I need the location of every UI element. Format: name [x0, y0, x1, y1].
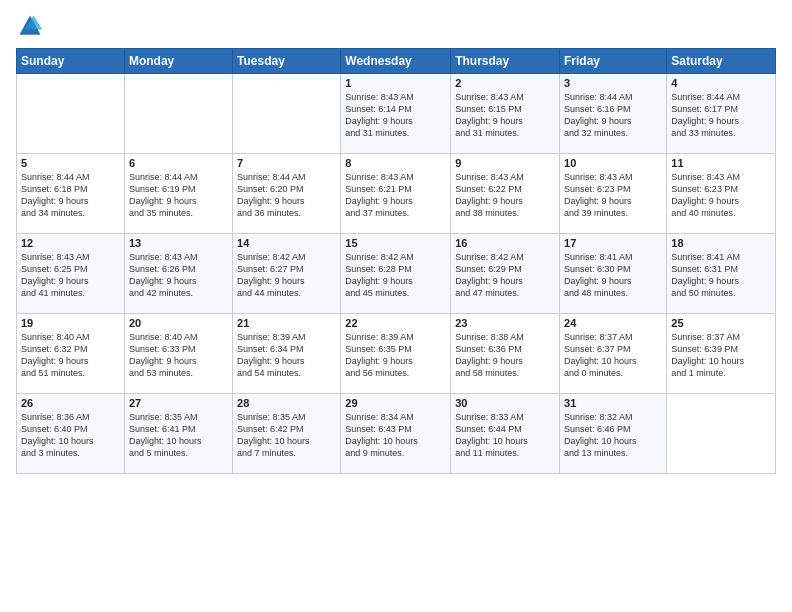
day-number: 20 [129, 317, 228, 329]
day-info: Sunrise: 8:43 AMSunset: 6:21 PMDaylight:… [345, 171, 446, 220]
day-cell: 22Sunrise: 8:39 AMSunset: 6:35 PMDayligh… [341, 314, 451, 394]
day-number: 9 [455, 157, 555, 169]
day-number: 30 [455, 397, 555, 409]
week-row-2: 12Sunrise: 8:43 AMSunset: 6:25 PMDayligh… [17, 234, 776, 314]
day-cell: 2Sunrise: 8:43 AMSunset: 6:15 PMDaylight… [451, 74, 560, 154]
day-number: 27 [129, 397, 228, 409]
day-cell: 9Sunrise: 8:43 AMSunset: 6:22 PMDaylight… [451, 154, 560, 234]
day-cell: 15Sunrise: 8:42 AMSunset: 6:28 PMDayligh… [341, 234, 451, 314]
day-info: Sunrise: 8:37 AMSunset: 6:37 PMDaylight:… [564, 331, 662, 380]
day-number: 2 [455, 77, 555, 89]
header-wednesday: Wednesday [341, 49, 451, 74]
header-sunday: Sunday [17, 49, 125, 74]
day-number: 4 [671, 77, 771, 89]
day-cell: 24Sunrise: 8:37 AMSunset: 6:37 PMDayligh… [560, 314, 667, 394]
logo [16, 12, 48, 40]
day-info: Sunrise: 8:44 AMSunset: 6:17 PMDaylight:… [671, 91, 771, 140]
day-info: Sunrise: 8:35 AMSunset: 6:41 PMDaylight:… [129, 411, 228, 460]
day-number: 14 [237, 237, 336, 249]
day-cell: 21Sunrise: 8:39 AMSunset: 6:34 PMDayligh… [233, 314, 341, 394]
day-number: 16 [455, 237, 555, 249]
day-number: 25 [671, 317, 771, 329]
day-cell: 10Sunrise: 8:43 AMSunset: 6:23 PMDayligh… [560, 154, 667, 234]
day-info: Sunrise: 8:38 AMSunset: 6:36 PMDaylight:… [455, 331, 555, 380]
day-number: 15 [345, 237, 446, 249]
day-cell: 12Sunrise: 8:43 AMSunset: 6:25 PMDayligh… [17, 234, 125, 314]
day-number: 17 [564, 237, 662, 249]
day-number: 28 [237, 397, 336, 409]
day-number: 12 [21, 237, 120, 249]
day-info: Sunrise: 8:42 AMSunset: 6:29 PMDaylight:… [455, 251, 555, 300]
day-cell [17, 74, 125, 154]
day-number: 23 [455, 317, 555, 329]
day-cell: 6Sunrise: 8:44 AMSunset: 6:19 PMDaylight… [124, 154, 232, 234]
day-cell: 1Sunrise: 8:43 AMSunset: 6:14 PMDaylight… [341, 74, 451, 154]
day-number: 21 [237, 317, 336, 329]
day-number: 5 [21, 157, 120, 169]
day-cell: 4Sunrise: 8:44 AMSunset: 6:17 PMDaylight… [667, 74, 776, 154]
day-info: Sunrise: 8:41 AMSunset: 6:31 PMDaylight:… [671, 251, 771, 300]
logo-icon [16, 12, 44, 40]
day-info: Sunrise: 8:44 AMSunset: 6:16 PMDaylight:… [564, 91, 662, 140]
day-info: Sunrise: 8:43 AMSunset: 6:26 PMDaylight:… [129, 251, 228, 300]
day-cell: 18Sunrise: 8:41 AMSunset: 6:31 PMDayligh… [667, 234, 776, 314]
day-info: Sunrise: 8:37 AMSunset: 6:39 PMDaylight:… [671, 331, 771, 380]
day-number: 13 [129, 237, 228, 249]
day-cell: 11Sunrise: 8:43 AMSunset: 6:23 PMDayligh… [667, 154, 776, 234]
day-info: Sunrise: 8:33 AMSunset: 6:44 PMDaylight:… [455, 411, 555, 460]
day-cell: 31Sunrise: 8:32 AMSunset: 6:46 PMDayligh… [560, 394, 667, 474]
day-cell [124, 74, 232, 154]
day-info: Sunrise: 8:42 AMSunset: 6:28 PMDaylight:… [345, 251, 446, 300]
day-cell: 16Sunrise: 8:42 AMSunset: 6:29 PMDayligh… [451, 234, 560, 314]
header-row-days: SundayMondayTuesdayWednesdayThursdayFrid… [17, 49, 776, 74]
day-info: Sunrise: 8:43 AMSunset: 6:25 PMDaylight:… [21, 251, 120, 300]
day-number: 7 [237, 157, 336, 169]
day-info: Sunrise: 8:44 AMSunset: 6:19 PMDaylight:… [129, 171, 228, 220]
day-info: Sunrise: 8:35 AMSunset: 6:42 PMDaylight:… [237, 411, 336, 460]
day-number: 18 [671, 237, 771, 249]
day-cell: 27Sunrise: 8:35 AMSunset: 6:41 PMDayligh… [124, 394, 232, 474]
day-number: 8 [345, 157, 446, 169]
day-cell: 17Sunrise: 8:41 AMSunset: 6:30 PMDayligh… [560, 234, 667, 314]
day-cell [667, 394, 776, 474]
day-cell: 30Sunrise: 8:33 AMSunset: 6:44 PMDayligh… [451, 394, 560, 474]
day-info: Sunrise: 8:32 AMSunset: 6:46 PMDaylight:… [564, 411, 662, 460]
header-saturday: Saturday [667, 49, 776, 74]
day-cell: 23Sunrise: 8:38 AMSunset: 6:36 PMDayligh… [451, 314, 560, 394]
day-info: Sunrise: 8:40 AMSunset: 6:32 PMDaylight:… [21, 331, 120, 380]
week-row-4: 26Sunrise: 8:36 AMSunset: 6:40 PMDayligh… [17, 394, 776, 474]
week-row-0: 1Sunrise: 8:43 AMSunset: 6:14 PMDaylight… [17, 74, 776, 154]
day-number: 10 [564, 157, 662, 169]
day-info: Sunrise: 8:44 AMSunset: 6:20 PMDaylight:… [237, 171, 336, 220]
day-cell: 7Sunrise: 8:44 AMSunset: 6:20 PMDaylight… [233, 154, 341, 234]
day-info: Sunrise: 8:36 AMSunset: 6:40 PMDaylight:… [21, 411, 120, 460]
day-info: Sunrise: 8:39 AMSunset: 6:34 PMDaylight:… [237, 331, 336, 380]
header-row [16, 12, 776, 40]
day-cell: 25Sunrise: 8:37 AMSunset: 6:39 PMDayligh… [667, 314, 776, 394]
day-info: Sunrise: 8:43 AMSunset: 6:22 PMDaylight:… [455, 171, 555, 220]
day-number: 26 [21, 397, 120, 409]
day-info: Sunrise: 8:41 AMSunset: 6:30 PMDaylight:… [564, 251, 662, 300]
day-number: 6 [129, 157, 228, 169]
day-cell: 3Sunrise: 8:44 AMSunset: 6:16 PMDaylight… [560, 74, 667, 154]
day-cell: 29Sunrise: 8:34 AMSunset: 6:43 PMDayligh… [341, 394, 451, 474]
day-number: 24 [564, 317, 662, 329]
day-number: 3 [564, 77, 662, 89]
header-friday: Friday [560, 49, 667, 74]
day-info: Sunrise: 8:39 AMSunset: 6:35 PMDaylight:… [345, 331, 446, 380]
day-info: Sunrise: 8:40 AMSunset: 6:33 PMDaylight:… [129, 331, 228, 380]
day-cell: 8Sunrise: 8:43 AMSunset: 6:21 PMDaylight… [341, 154, 451, 234]
day-cell: 28Sunrise: 8:35 AMSunset: 6:42 PMDayligh… [233, 394, 341, 474]
day-cell: 20Sunrise: 8:40 AMSunset: 6:33 PMDayligh… [124, 314, 232, 394]
week-row-1: 5Sunrise: 8:44 AMSunset: 6:18 PMDaylight… [17, 154, 776, 234]
day-number: 11 [671, 157, 771, 169]
calendar-table: SundayMondayTuesdayWednesdayThursdayFrid… [16, 48, 776, 474]
day-info: Sunrise: 8:43 AMSunset: 6:15 PMDaylight:… [455, 91, 555, 140]
day-cell: 14Sunrise: 8:42 AMSunset: 6:27 PMDayligh… [233, 234, 341, 314]
day-info: Sunrise: 8:34 AMSunset: 6:43 PMDaylight:… [345, 411, 446, 460]
day-cell: 13Sunrise: 8:43 AMSunset: 6:26 PMDayligh… [124, 234, 232, 314]
day-number: 31 [564, 397, 662, 409]
day-info: Sunrise: 8:44 AMSunset: 6:18 PMDaylight:… [21, 171, 120, 220]
header-tuesday: Tuesday [233, 49, 341, 74]
day-cell: 5Sunrise: 8:44 AMSunset: 6:18 PMDaylight… [17, 154, 125, 234]
